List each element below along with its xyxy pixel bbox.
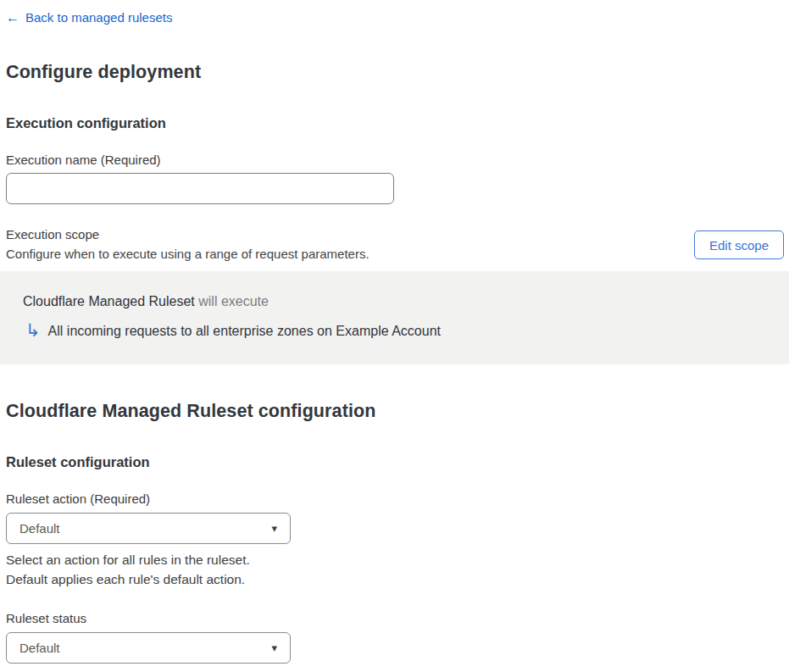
ruleset-action-select[interactable]: Default ▾ — [6, 513, 291, 544]
scope-summary-panel: Cloudflare Managed Ruleset will execute … — [0, 271, 789, 364]
edit-scope-button[interactable]: Edit scope — [694, 230, 784, 259]
execution-scope-row: Execution scope Configure when to execut… — [6, 225, 784, 264]
configure-deployment-page: ← Back to managed rulesets Configure dep… — [0, 0, 789, 672]
chevron-down-icon: ▾ — [271, 523, 277, 534]
scope-summary-suffix: will execute — [195, 294, 269, 308]
scope-summary-text: All incoming requests to all enterprise … — [48, 321, 441, 342]
ruleset-configuration-subheading: Ruleset configuration — [6, 454, 784, 470]
ruleset-configuration-page-heading: Cloudflare Managed Ruleset configuration — [6, 401, 784, 422]
scope-summary-detail: ↳ All incoming requests to all enterpris… — [23, 321, 766, 342]
execution-scope-label: Execution scope — [6, 225, 369, 244]
execution-name-label: Execution name (Required) — [6, 153, 784, 167]
ruleset-status-label: Ruleset status — [6, 611, 784, 625]
execution-scope-text: Execution scope Configure when to execut… — [6, 225, 369, 264]
ruleset-status-selected-value: Default — [19, 641, 60, 655]
page-title: Configure deployment — [6, 62, 784, 83]
back-link-label: Back to managed rulesets — [25, 10, 172, 25]
ruleset-status-select[interactable]: Default ▾ — [6, 632, 291, 664]
execution-configuration-heading: Execution configuration — [6, 115, 784, 131]
back-arrow-icon: ← — [6, 10, 19, 25]
chevron-down-icon: ▾ — [271, 642, 277, 653]
ruleset-action-helper-line2: Default applies each rule's default acti… — [6, 569, 784, 589]
execution-name-input[interactable] — [6, 173, 394, 204]
execution-scope-description: Configure when to execute using a range … — [6, 244, 369, 264]
scope-summary-headline: Cloudflare Managed Ruleset will execute — [23, 293, 766, 309]
ruleset-action-helper-line1: Select an action for all rules in the ru… — [6, 550, 784, 569]
ruleset-action-label: Ruleset action (Required) — [6, 492, 784, 506]
scope-summary-ruleset-name: Cloudflare Managed Ruleset — [23, 294, 195, 308]
ruleset-action-selected-value: Default — [19, 521, 60, 536]
back-to-managed-rulesets-link[interactable]: ← Back to managed rulesets — [6, 10, 172, 25]
sub-arrow-icon: ↳ — [25, 321, 41, 340]
